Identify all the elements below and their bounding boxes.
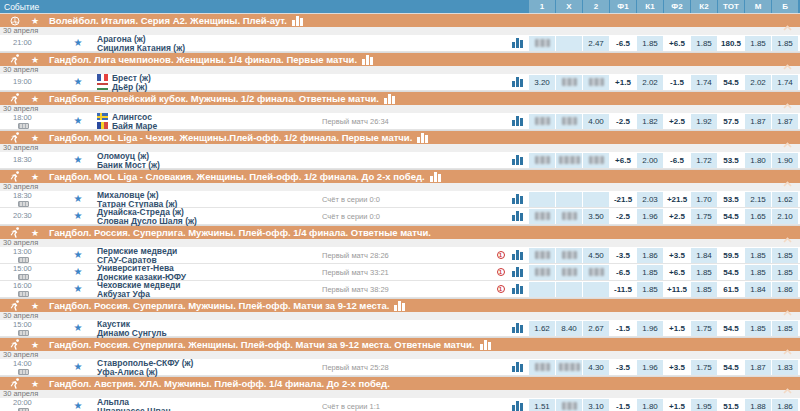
league-stats-chart-icon[interactable] [384, 94, 396, 104]
collapse-chevron-up-icon[interactable] [783, 173, 792, 191]
match-row[interactable]: 16:00★Чеховские медведиАкбузат УфаПервый… [0, 281, 800, 298]
match-row[interactable]: 14:00★Ставрополье-СКФУ (ж)Уфа-Алиса (ж)П… [0, 359, 800, 376]
odds-cell-Ф1[interactable]: -2.5 [610, 114, 636, 129]
odds-cell-М[interactable]: 1.84 [745, 282, 771, 297]
league-header[interactable]: ★Гандбол. MOL Liga - Чехия. Женщины.Плей… [0, 131, 800, 144]
match-stats-chart-icon[interactable] [507, 116, 528, 126]
match-row[interactable]: 15:00★КаустикДинамо Сунгуль1.628.402.67-… [0, 320, 800, 337]
match-row[interactable]: 19:00★Брест (ж)Дьёр (ж)3.20+1.52.02-1.51… [0, 74, 800, 91]
odds-cell-К2[interactable]: 1.75 [691, 321, 717, 336]
odds-cell-Ф2[interactable]: +1.5 [664, 321, 690, 336]
odds-cell-Б[interactable]: 1.74 [772, 75, 798, 90]
odds-cell-М[interactable]: 1.87 [745, 360, 771, 375]
odds-cell-К1[interactable]: 1.82 [637, 114, 663, 129]
odds-cell-Ф1[interactable]: -3.5 [610, 360, 636, 375]
odds-cell-К2[interactable]: 1.74 [691, 75, 717, 90]
odds-cell-1[interactable] [529, 36, 555, 51]
league-stats-chart-icon[interactable] [480, 340, 492, 350]
odds-cell-К2[interactable]: 1.84 [691, 248, 717, 263]
league-header[interactable]: ★Гандбол. Россия. Суперлига. Женщины. Пл… [0, 338, 800, 351]
odds-cell-X[interactable] [556, 248, 582, 263]
odds-cell-1[interactable]: 1.62 [529, 321, 555, 336]
league-header[interactable]: ★Гандбол. MOL Liga - Словакия. Женщины. … [0, 170, 800, 183]
match-row[interactable]: 18:30★Оломоуц (ж)Баник Мост (ж)+6.52.00-… [0, 152, 800, 169]
odds-cell-Ф2[interactable]: +3.5 [664, 248, 690, 263]
odds-cell-Ф1[interactable]: -6.5 [610, 36, 636, 51]
favorite-star-icon[interactable]: ★ [71, 401, 85, 411]
odds-cell-2[interactable]: 2.47 [583, 36, 609, 51]
favorite-league-star-icon[interactable]: ★ [30, 16, 40, 26]
odds-cell-Ф1[interactable]: -1.5 [610, 399, 636, 411]
odds-cell-К1[interactable]: 2.00 [637, 153, 663, 168]
odds-cell-К1[interactable]: 1.96 [637, 321, 663, 336]
favorite-star-icon[interactable]: ★ [71, 116, 85, 126]
odds-cell-ТОТ[interactable]: 180.5 [718, 36, 744, 51]
odds-cell-ТОТ[interactable]: 54.5 [718, 265, 744, 280]
collapse-chevron-up-icon[interactable] [783, 17, 792, 35]
odds-cell-М[interactable]: 1.85 [745, 321, 771, 336]
odds-cell-М[interactable]: 2.15 [745, 192, 771, 207]
league-stats-chart-icon[interactable] [430, 172, 442, 182]
favorite-star-icon[interactable]: ★ [71, 38, 85, 48]
collapse-chevron-up-icon[interactable] [783, 56, 792, 74]
match-stats-chart-icon[interactable] [507, 211, 528, 221]
odds-cell-К2[interactable]: 1.75 [691, 360, 717, 375]
league-stats-chart-icon[interactable] [362, 55, 374, 65]
match-stats-chart-icon[interactable] [507, 267, 528, 277]
odds-cell-ТОТ[interactable]: 54.5 [718, 209, 744, 224]
odds-cell-Ф2[interactable]: -6.5 [664, 153, 690, 168]
match-stats-chart-icon[interactable] [507, 362, 528, 372]
odds-cell-Ф1[interactable]: -6.5 [610, 265, 636, 280]
odds-cell-1[interactable]: 1.51 [529, 399, 555, 411]
odds-cell-М[interactable]: 1.87 [745, 114, 771, 129]
odds-cell-К1[interactable]: 1.96 [637, 209, 663, 224]
collapse-chevron-up-icon[interactable] [783, 134, 792, 152]
favorite-star-icon[interactable]: ★ [71, 211, 85, 221]
odds-cell-ТОТ[interactable]: 57.5 [718, 114, 744, 129]
odds-cell-1[interactable]: 3.20 [529, 75, 555, 90]
league-stats-chart-icon[interactable] [292, 16, 304, 26]
odds-cell-X[interactable] [556, 153, 582, 168]
odds-cell-ТОТ[interactable]: 53.5 [718, 192, 744, 207]
odds-cell-X[interactable]: 8.40 [556, 321, 582, 336]
odds-cell-Ф2[interactable]: +6.5 [664, 36, 690, 51]
match-stats-chart-icon[interactable] [507, 155, 528, 165]
odds-cell-X[interactable] [556, 114, 582, 129]
odds-cell-К1[interactable]: 1.85 [637, 36, 663, 51]
favorite-star-icon[interactable]: ★ [71, 267, 85, 277]
match-row[interactable]: 21:00★Арагона (ж)Сицилия Катания (ж)2.47… [0, 35, 800, 52]
odds-cell-К2[interactable]: 1.85 [691, 265, 717, 280]
odds-cell-Ф1[interactable]: -1.5 [610, 321, 636, 336]
match-row[interactable]: 13:00★Пермские медведиСГАУ-СаратовПервый… [0, 247, 800, 264]
favorite-league-star-icon[interactable]: ★ [30, 55, 40, 65]
odds-cell-Б[interactable]: 1.87 [772, 114, 798, 129]
match-stats-chart-icon[interactable] [507, 401, 528, 411]
league-stats-chart-icon[interactable] [394, 301, 406, 311]
favorite-league-star-icon[interactable]: ★ [30, 301, 40, 311]
odds-cell-К2[interactable]: 1.92 [691, 114, 717, 129]
odds-cell-К2[interactable]: 1.95 [691, 399, 717, 411]
odds-cell-2[interactable]: 4.00 [583, 114, 609, 129]
match-row[interactable]: 18:00★АлингсосБайя МареПервый матч 26:34… [0, 113, 800, 130]
league-stats-chart-icon[interactable] [417, 133, 429, 143]
odds-cell-2[interactable] [583, 75, 609, 90]
match-stats-chart-icon[interactable] [507, 323, 528, 333]
odds-cell-1[interactable] [529, 153, 555, 168]
odds-cell-1[interactable] [529, 248, 555, 263]
info-icon[interactable]: 1 [497, 285, 505, 293]
odds-cell-2[interactable]: 3.10 [583, 399, 609, 411]
odds-cell-2[interactable]: 4.50 [583, 248, 609, 263]
odds-cell-Б[interactable]: 1.62 [772, 192, 798, 207]
odds-cell-2[interactable]: 4.30 [583, 360, 609, 375]
odds-cell-К1[interactable]: 1.96 [637, 360, 663, 375]
match-row[interactable]: 15:00★Университет-НеваДонские казаки-ЮФУ… [0, 264, 800, 281]
match-stats-chart-icon[interactable] [507, 77, 528, 87]
odds-cell-М[interactable]: 2.02 [745, 75, 771, 90]
odds-cell-Ф1[interactable]: -11.5 [610, 282, 636, 297]
favorite-star-icon[interactable]: ★ [71, 194, 85, 204]
odds-cell-ТОТ[interactable]: 59.5 [718, 248, 744, 263]
league-header[interactable]: ★Гандбол. Россия. Суперлига. Мужчины. Пл… [0, 226, 800, 239]
odds-cell-Б[interactable]: 1.85 [772, 248, 798, 263]
odds-cell-2[interactable]: 3.50 [583, 209, 609, 224]
favorite-star-icon[interactable]: ★ [71, 77, 85, 87]
